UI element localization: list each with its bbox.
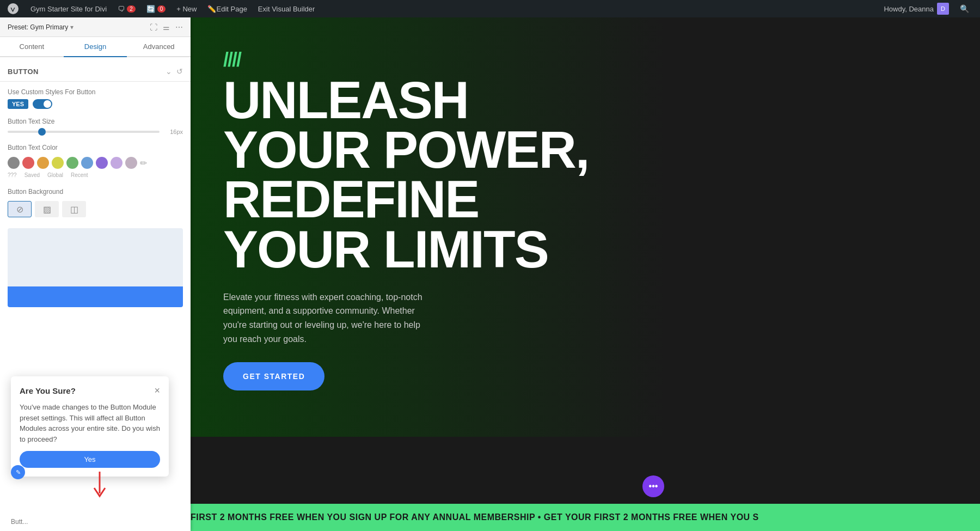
edit-page-link[interactable]: ✏️ Edit Page <box>202 0 252 17</box>
get-started-button[interactable]: GET STARTED <box>223 362 324 390</box>
main-content: //// UNLEASH YOUR POWER, REDEFINE YOUR L… <box>191 17 980 531</box>
fullscreen-icon[interactable]: ⛶ <box>150 23 157 32</box>
tab-content[interactable]: Content <box>0 37 64 57</box>
user-menu[interactable]: Howdy, Deanna D <box>878 3 954 15</box>
button-background-label: Button Background <box>8 188 183 196</box>
comments-count: 2 <box>127 5 136 13</box>
site-name-link[interactable]: Gym Starter Site for Divi <box>25 0 112 17</box>
custom-color-icon[interactable]: ✏ <box>140 158 147 168</box>
toggle-wrapper: YES <box>8 99 183 109</box>
button-background-field: Button Background ⊘ ▨ ◫ <box>0 184 191 224</box>
user-avatar: D <box>937 3 949 15</box>
settings-panel: Preset: Gym Primary ▾ ⛶ ⚌ ⋯ Content Desi… <box>0 17 191 531</box>
swatch-lavender[interactable] <box>111 157 122 169</box>
comments-link[interactable]: 🗨 2 <box>112 0 141 17</box>
color-swatches: ✏ <box>8 155 183 171</box>
panel-header-icons: ⛶ ⚌ ⋯ <box>150 23 183 32</box>
new-post-link[interactable]: + New <box>171 0 202 17</box>
section-title: Button <box>8 68 39 76</box>
hero-section: //// UNLEASH YOUR POWER, REDEFINE YOUR L… <box>191 17 980 437</box>
wp-logo-icon[interactable] <box>5 1 21 16</box>
swatch-green[interactable] <box>66 157 78 169</box>
tab-design[interactable]: Design <box>64 37 127 57</box>
slider-value: 16px <box>164 129 183 135</box>
bg-none-icon[interactable]: ⊘ <box>8 201 32 217</box>
swatch-labels: ??? Saved Global Recent <box>8 171 183 179</box>
panel-header: Preset: Gym Primary ▾ ⛶ ⚌ ⋯ <box>0 17 191 37</box>
revisions-link[interactable]: 🔄 0 <box>141 0 171 17</box>
ticker-bar: FIRST 2 MONTHS FREE WHEN YOU SIGN UP FOR… <box>191 504 980 531</box>
button-text-color-field: Button Text Color ✏ ??? Saved Global Rec… <box>0 139 191 184</box>
tab-advanced[interactable]: Advanced <box>127 37 191 57</box>
exit-builder-link[interactable]: Exit Visual Builder <box>253 0 321 17</box>
modal-text: You've made changes to the Button Module… <box>20 402 160 444</box>
hero-title: UNLEASH YOUR POWER, REDEFINE YOUR LIMITS <box>223 75 626 274</box>
modal-title: Are You Sure? <box>20 386 76 395</box>
use-custom-styles-field: Use Custom Styles For Button YES <box>0 84 191 113</box>
confirm-yes-button[interactable]: Yes <box>20 451 160 468</box>
slash-marks: //// <box>223 50 626 70</box>
button-text-color-label: Button Text Color <box>8 144 183 151</box>
module-options-button[interactable]: ••• <box>642 475 664 497</box>
button-module-label: Butt... <box>11 518 28 526</box>
slider-wrapper: 16px <box>8 129 183 135</box>
bg-color-icon[interactable]: ▨ <box>35 201 59 217</box>
modal-close-button[interactable]: × <box>154 385 160 396</box>
button-text-size-label: Button Text Size <box>8 118 183 125</box>
toggle-yes-btn[interactable]: YES <box>8 99 28 109</box>
reset-icon[interactable]: ↺ <box>176 67 183 76</box>
search-icon[interactable]: 🔍 <box>954 4 975 13</box>
use-custom-styles-label: Use Custom Styles For Button <box>8 88 183 96</box>
swatch-blue[interactable] <box>81 157 93 169</box>
button-section-header: Button ⌄ ↺ <box>0 64 191 79</box>
revisions-count: 0 <box>157 5 166 13</box>
button-preview <box>8 228 183 307</box>
swatch-gray[interactable] <box>8 157 20 169</box>
bg-gradient-icon[interactable]: ◫ <box>62 201 86 217</box>
swatch-purple[interactable] <box>96 157 108 169</box>
swatch-yellow[interactable] <box>52 157 64 169</box>
button-text-size-field: Button Text Size 16px <box>0 113 191 139</box>
slider-thumb <box>38 128 46 136</box>
hero-description: Elevate your fitness with expert coachin… <box>223 290 430 346</box>
preset-label: Preset: Gym Primary ▾ <box>8 23 74 31</box>
swatch-orange[interactable] <box>37 157 49 169</box>
ticker-text: FIRST 2 MONTHS FREE WHEN YOU SIGN UP FOR… <box>191 512 759 522</box>
panel-tabs: Content Design Advanced <box>0 37 191 57</box>
down-arrow-icon <box>91 472 108 501</box>
toggle-slider[interactable] <box>33 99 52 109</box>
edit-module-button[interactable]: ✎ <box>11 465 25 479</box>
modal-header: Are You Sure? × <box>20 385 160 396</box>
size-slider[interactable] <box>8 131 160 133</box>
confirm-modal: Are You Sure? × You've made changes to t… <box>11 376 169 477</box>
more-icon[interactable]: ⋯ <box>175 23 183 32</box>
section-icons: ⌄ ↺ <box>166 67 183 76</box>
bg-icons: ⊘ ▨ ◫ <box>8 199 183 219</box>
collapse-icon[interactable]: ⌄ <box>166 67 172 76</box>
swatch-red[interactable] <box>22 157 34 169</box>
preview-blue-bar <box>8 286 183 307</box>
swatch-pink[interactable] <box>125 157 137 169</box>
columns-icon[interactable]: ⚌ <box>163 23 170 32</box>
hero-content: //// UNLEASH YOUR POWER, REDEFINE YOUR L… <box>223 50 626 390</box>
admin-bar: Gym Starter Site for Divi 🗨 2 🔄 0 + New … <box>0 0 980 17</box>
